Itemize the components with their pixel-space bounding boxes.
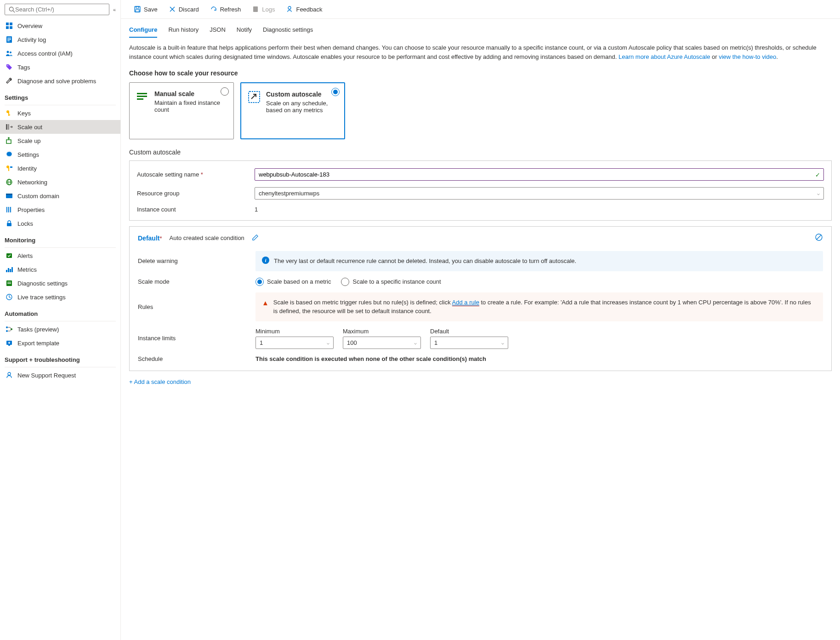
custom-autoscale-card[interactable]: Custom autoscale Scale on any schedule, … [240, 82, 345, 139]
howto-video-link[interactable]: view the how-to video [719, 53, 776, 60]
delete-condition-button[interactable] [815, 233, 823, 243]
save-button[interactable]: Save [129, 3, 162, 16]
max-select[interactable]: 100⌵ [343, 337, 421, 349]
edit-condition-button[interactable] [252, 234, 259, 242]
nav-new-support[interactable]: New Support Request [0, 368, 120, 382]
nav-label: Custom domain [17, 193, 59, 200]
nav-label: Metrics [17, 266, 37, 273]
svg-rect-9 [7, 40, 10, 41]
nav-networking[interactable]: Networking [0, 175, 120, 189]
nav-access-control[interactable]: Access control (IAM) [0, 46, 120, 60]
autoscale-form: Autoscale setting name * ✓ Resource grou… [129, 160, 832, 221]
tasks-icon [6, 326, 13, 333]
nav-section-monitoring: Monitoring [0, 230, 120, 246]
min-select[interactable]: 1⌵ [255, 337, 334, 349]
nav-label: Scale up [17, 137, 41, 144]
nav-label: Alerts [17, 252, 33, 259]
svg-rect-28 [6, 207, 7, 212]
nav-section-support: Support + troubleshooting [0, 350, 120, 366]
svg-rect-52 [253, 6, 258, 12]
add-rule-link[interactable]: Add a rule [452, 299, 479, 306]
nav-label: Tags [17, 64, 30, 71]
feedback-button[interactable]: Feedback [281, 3, 327, 16]
instance-limits-label: Instance limits [138, 335, 255, 342]
svg-rect-18 [6, 140, 11, 143]
svg-rect-57 [249, 91, 260, 103]
tab-configure[interactable]: Configure [129, 23, 157, 38]
scale-count-radio[interactable]: Scale to a specific instance count [341, 278, 441, 286]
nav-export-template[interactable]: Export template [0, 336, 120, 350]
nav-overview[interactable]: Overview [0, 19, 120, 33]
tab-notify[interactable]: Notify [237, 23, 252, 38]
svg-line-59 [817, 235, 821, 240]
search-box[interactable] [5, 4, 109, 15]
manual-scale-radio[interactable] [221, 87, 229, 96]
intro-text: Autoscale is a built-in feature that hel… [129, 43, 832, 61]
export-icon [6, 339, 13, 347]
overview-icon [6, 22, 13, 29]
nav-live-trace[interactable]: Live trace settings [0, 290, 120, 304]
log-icon [6, 36, 13, 43]
svg-point-12 [7, 65, 8, 66]
toolbar-label: Discard [179, 6, 199, 13]
card-desc: Scale on any schedule, based on any metr… [266, 100, 338, 114]
gear-icon [6, 151, 13, 158]
svg-rect-34 [8, 268, 9, 272]
add-scale-condition-button[interactable]: + Add a scale condition [129, 377, 832, 387]
nav-section-automation: Automation [0, 304, 120, 320]
nav-tags[interactable]: Tags [0, 60, 120, 74]
resource-group-select[interactable]: chenyltestpremiumwps⌵ [255, 187, 824, 200]
nav-activity-log[interactable]: Activity log [0, 33, 120, 46]
learn-more-link[interactable]: Learn more about Azure Autoscale [619, 53, 710, 60]
nav-alerts[interactable]: Alerts [0, 249, 120, 263]
scale-out-icon [6, 123, 13, 131]
discard-icon [169, 6, 176, 13]
search-input[interactable] [15, 6, 105, 13]
nav-scale-up[interactable]: Scale up [0, 134, 120, 148]
svg-rect-5 [10, 26, 12, 29]
nav-settings[interactable]: Settings [0, 148, 120, 161]
nav-identity[interactable]: Identity [0, 161, 120, 175]
nav-label: Locks [17, 220, 33, 227]
default-condition: Default* Auto created scale condition De… [129, 226, 832, 371]
discard-button[interactable]: Discard [164, 3, 204, 16]
schedule-label: Schedule [138, 355, 255, 362]
delete-warning-box: i The very last or default recurrence ru… [255, 251, 823, 271]
nav-tasks[interactable]: Tasks (preview) [0, 322, 120, 336]
tab-run-history[interactable]: Run history [168, 23, 199, 38]
setting-name-input[interactable] [255, 168, 824, 181]
svg-rect-8 [7, 39, 11, 40]
tab-diagnostic[interactable]: Diagnostic settings [263, 23, 313, 38]
toolbar-label: Save [144, 6, 158, 13]
svg-point-53 [288, 6, 291, 9]
tab-json[interactable]: JSON [210, 23, 226, 38]
custom-autoscale-radio[interactable] [331, 88, 340, 96]
manual-scale-card[interactable]: Manual scale Maintain a fixed instance c… [129, 82, 234, 139]
collapse-sidebar-button[interactable]: « [113, 7, 116, 12]
nav-locks[interactable]: Locks [0, 217, 120, 230]
instance-count-label: Instance count [137, 206, 255, 213]
condition-subtitle: Auto created scale condition [170, 234, 244, 241]
key-icon [6, 109, 13, 117]
card-title: Manual scale [154, 90, 227, 97]
default-label: Default [430, 328, 508, 335]
nav-diagnose[interactable]: Diagnose and solve problems [0, 74, 120, 88]
nav-properties[interactable]: Properties [0, 203, 120, 217]
toolbar-label: Feedback [296, 6, 322, 13]
nav-scale-out[interactable]: Scale out [0, 120, 120, 134]
refresh-icon [210, 6, 217, 13]
nav-metrics[interactable]: Metrics [0, 263, 120, 276]
nav-keys[interactable]: Keys [0, 106, 120, 120]
identity-icon [6, 165, 13, 172]
nav-custom-domain[interactable]: Custom domain [0, 189, 120, 203]
svg-point-46 [8, 372, 11, 375]
nav-diagnostic-settings[interactable]: Diagnostic settings [0, 276, 120, 290]
svg-rect-27 [6, 194, 12, 195]
scale-metric-radio[interactable]: Scale based on a metric [255, 278, 331, 286]
svg-rect-33 [6, 270, 7, 272]
refresh-button[interactable]: Refresh [205, 3, 246, 16]
svg-rect-35 [10, 269, 11, 272]
default-select[interactable]: 1⌵ [430, 337, 508, 349]
scale-mode-label: Scale mode [138, 278, 255, 285]
nav-label: Access control (IAM) [17, 50, 73, 57]
